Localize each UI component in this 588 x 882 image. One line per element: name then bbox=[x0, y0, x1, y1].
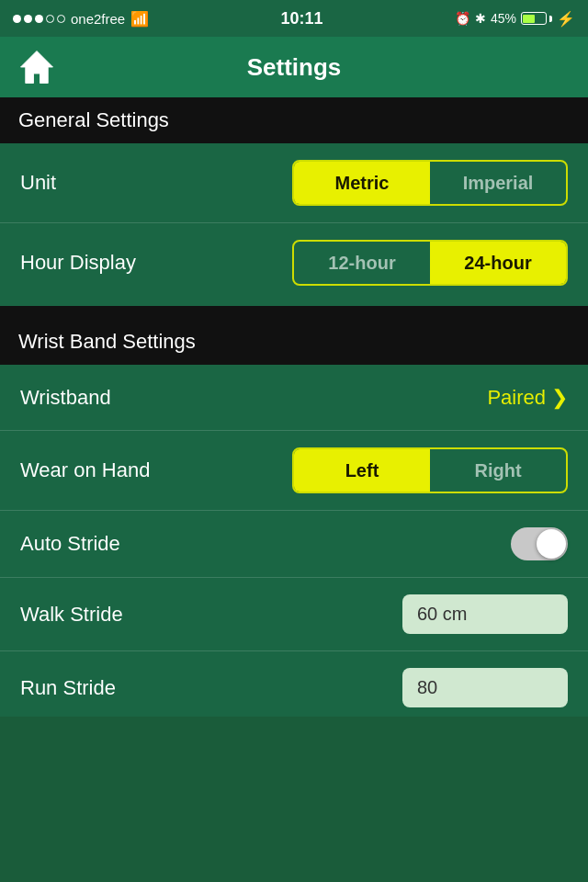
walk-stride-row: Walk Stride bbox=[0, 578, 588, 651]
wear-on-hand-label: Wear on Hand bbox=[20, 458, 150, 482]
svg-marker-0 bbox=[21, 51, 53, 84]
walk-stride-label: Walk Stride bbox=[20, 603, 123, 627]
general-settings-section: Unit Metric Imperial Hour Display 12-hou… bbox=[0, 143, 588, 306]
auto-stride-toggle[interactable] bbox=[511, 527, 568, 560]
hour-display-row: Hour Display 12-hour 24-hour bbox=[0, 223, 588, 302]
dot-2 bbox=[24, 15, 32, 23]
wristband-settings-header: Wrist Band Settings bbox=[0, 319, 588, 365]
home-button[interactable] bbox=[15, 45, 59, 89]
hand-segmented[interactable]: Left Right bbox=[292, 447, 568, 493]
dot-4 bbox=[46, 15, 54, 23]
unit-label: Unit bbox=[20, 171, 56, 195]
walk-stride-input[interactable] bbox=[402, 594, 568, 634]
status-time: 10:11 bbox=[281, 9, 323, 28]
alarm-icon: ⏰ bbox=[455, 11, 470, 26]
home-icon bbox=[17, 48, 56, 86]
hand-left-option[interactable]: Left bbox=[294, 449, 430, 492]
dot-3 bbox=[35, 15, 43, 23]
bluetooth-icon: ✱ bbox=[475, 11, 486, 26]
wristband-value: Paired ❯ bbox=[487, 386, 568, 410]
run-stride-label: Run Stride bbox=[20, 676, 116, 700]
run-stride-input[interactable] bbox=[402, 668, 568, 707]
hour-12-option[interactable]: 12-hour bbox=[294, 242, 430, 284]
hand-right-option[interactable]: Right bbox=[430, 449, 566, 492]
charging-icon: ⚡ bbox=[557, 10, 575, 28]
dot-5 bbox=[57, 15, 65, 23]
battery-percent: 45% bbox=[491, 11, 516, 26]
wristband-settings-section: Wristband Paired ❯ Wear on Hand Left Rig… bbox=[0, 365, 588, 717]
status-bar: one2free 📶 10:11 ⏰ ✱ 45% ⚡ bbox=[0, 0, 588, 37]
unit-metric-option[interactable]: Metric bbox=[294, 162, 430, 204]
status-left: one2free 📶 bbox=[13, 10, 149, 28]
wear-on-hand-row: Wear on Hand Left Right bbox=[0, 431, 588, 511]
unit-imperial-option[interactable]: Imperial bbox=[430, 162, 566, 204]
hour-segmented[interactable]: 12-hour 24-hour bbox=[292, 240, 568, 286]
signal-dots bbox=[13, 15, 65, 23]
wristband-label: Wristband bbox=[20, 386, 111, 410]
wifi-icon: 📶 bbox=[130, 10, 149, 28]
page-title: Settings bbox=[247, 53, 342, 82]
dot-1 bbox=[13, 15, 21, 23]
status-right: ⏰ ✱ 45% ⚡ bbox=[455, 10, 575, 28]
hour-display-label: Hour Display bbox=[20, 251, 136, 275]
chevron-right-icon: ❯ bbox=[551, 386, 568, 410]
battery-icon bbox=[521, 12, 552, 25]
toggle-knob bbox=[537, 529, 566, 559]
general-settings-header: General Settings bbox=[0, 97, 588, 143]
nav-bar: Settings bbox=[0, 37, 588, 97]
run-stride-row: Run Stride bbox=[0, 651, 588, 713]
wristband-status: Paired bbox=[487, 386, 546, 410]
auto-stride-row: Auto Stride bbox=[0, 511, 588, 578]
section-divider bbox=[0, 306, 588, 319]
unit-segmented[interactable]: Metric Imperial bbox=[292, 160, 568, 206]
unit-row: Unit Metric Imperial bbox=[0, 143, 588, 223]
carrier-label: one2free bbox=[71, 11, 125, 27]
hour-24-option[interactable]: 24-hour bbox=[430, 242, 566, 284]
auto-stride-label: Auto Stride bbox=[20, 532, 120, 556]
wristband-row[interactable]: Wristband Paired ❯ bbox=[0, 365, 588, 431]
